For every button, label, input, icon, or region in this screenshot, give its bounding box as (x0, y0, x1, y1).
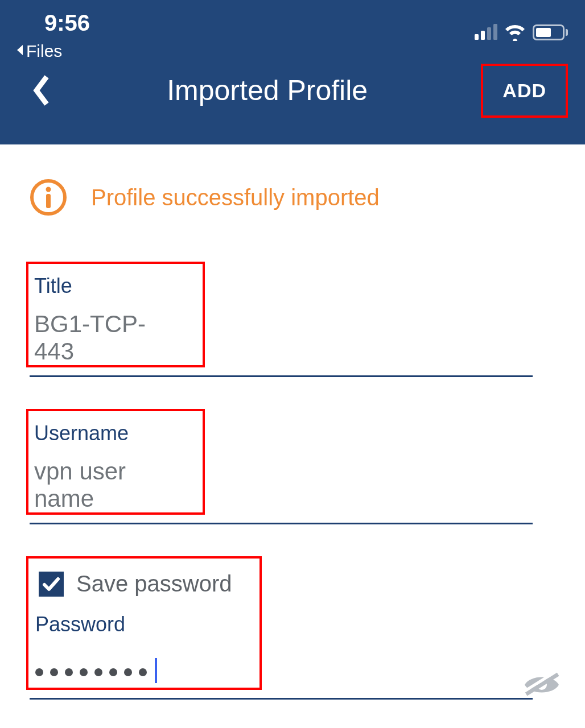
username-input[interactable]: vpn user name (34, 458, 186, 512)
status-time: 9:56 (34, 0, 90, 36)
wifi-icon (504, 24, 526, 41)
cellular-signal-icon (475, 25, 497, 40)
checkbox-checked-icon (39, 572, 64, 597)
import-success-notice: Profile successfully imported (30, 179, 555, 216)
username-label: Username (34, 421, 186, 445)
info-icon (30, 179, 67, 216)
password-input[interactable] (35, 649, 236, 683)
back-button[interactable] (28, 71, 53, 110)
notice-text: Profile successfully imported (91, 185, 380, 210)
svg-point-1 (46, 187, 51, 192)
back-triangle-icon (15, 42, 25, 61)
add-button[interactable]: ADD (481, 64, 568, 118)
toggle-password-visibility[interactable] (521, 669, 562, 703)
save-password-toggle[interactable]: Save password (35, 571, 236, 597)
title-field: Title BG1-TCP-443 (30, 262, 555, 377)
username-field: Username vpn user name (30, 409, 555, 524)
eye-off-icon (521, 669, 562, 701)
text-cursor (155, 658, 157, 683)
status-bar: 9:56 Files (0, 0, 585, 57)
chevron-left-icon (32, 75, 50, 106)
svg-rect-2 (46, 194, 51, 208)
password-label: Password (35, 613, 236, 636)
nav-bar: Imported Profile ADD (0, 57, 585, 124)
battery-icon (533, 24, 568, 40)
title-input[interactable]: BG1-TCP-443 (34, 311, 186, 365)
title-label: Title (34, 274, 186, 298)
content-area: Profile successfully imported Title BG1-… (0, 144, 585, 700)
back-to-app-button[interactable]: Files (15, 42, 90, 61)
app-header: 9:56 Files (0, 0, 585, 144)
save-password-label: Save password (76, 571, 232, 597)
password-section: Save password Password (30, 556, 555, 700)
back-to-app-label: Files (26, 42, 62, 61)
page-title: Imported Profile (53, 74, 481, 107)
